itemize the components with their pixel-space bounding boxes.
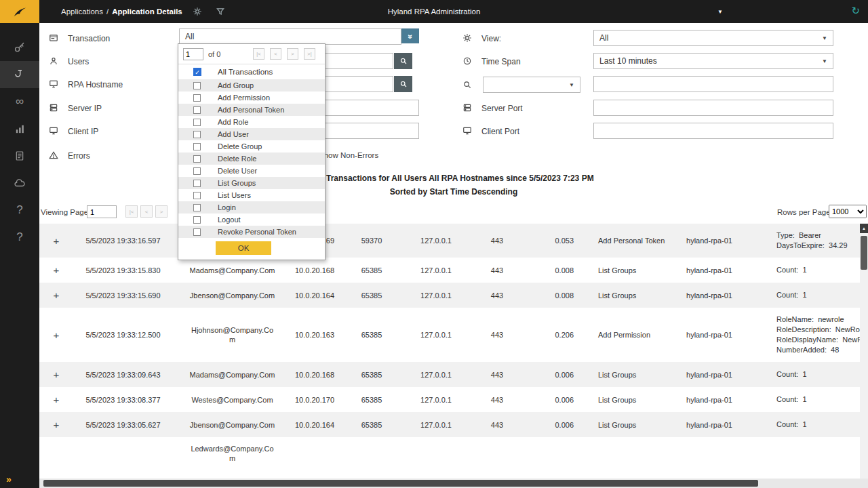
popup-pagination: of 0 |<<>>| <box>178 44 325 64</box>
transaction-filter-value[interactable]: All <box>179 28 401 45</box>
pager-button[interactable]: > <box>155 205 167 218</box>
transaction-option[interactable]: Login <box>178 201 325 214</box>
expand-row-button[interactable]: + <box>39 394 73 405</box>
pager-button[interactable]: < <box>270 48 281 60</box>
transaction-option-checkbox[interactable] <box>193 180 201 187</box>
pager-button[interactable]: |< <box>125 205 138 218</box>
breadcrumb-applications[interactable]: Applications <box>61 7 103 16</box>
popup-page-input[interactable] <box>183 48 203 60</box>
title-dropdown-caret-icon[interactable]: ▼ <box>717 9 723 15</box>
scroll-up-arrow-icon[interactable]: ▲ <box>860 224 868 233</box>
chevron-down-icon: ▼ <box>569 82 574 88</box>
cell-client-ip: 10.0.20.168 <box>292 371 338 379</box>
transaction-option-label: List Users <box>218 191 251 199</box>
all-transactions-option[interactable]: ✓ All Transactions <box>178 64 325 79</box>
client-port-input[interactable] <box>593 123 833 139</box>
transaction-option[interactable]: Add Permission <box>178 92 325 104</box>
time-span-select[interactable]: Last 10 minutes ▼ <box>593 53 833 69</box>
transaction-option-checkbox[interactable] <box>193 167 201 175</box>
transaction-option[interactable]: Delete User <box>178 165 325 177</box>
table-row: +5/5/2023 19:33:15.690Jbenson@Company.Co… <box>39 283 868 308</box>
cell-client-port: 65385 <box>338 371 406 379</box>
key-icon <box>14 41 26 54</box>
transaction-option-checkbox[interactable] <box>193 155 201 163</box>
users-search-button[interactable] <box>394 53 412 69</box>
pager-button[interactable]: > <box>287 48 298 60</box>
cell-start-time: 5/5/2023 19:33:05.627 <box>73 421 173 429</box>
pager-button[interactable]: < <box>140 205 153 218</box>
cell-server-port: 443 <box>467 331 528 339</box>
transaction-option[interactable]: Logout <box>178 214 325 226</box>
transaction-option[interactable]: List Users <box>178 189 325 201</box>
pager-button[interactable]: |< <box>253 48 264 60</box>
rows-per-page-select[interactable]: 1000 <box>829 205 867 218</box>
transaction-option[interactable]: Delete Role <box>178 152 325 165</box>
filter-funnel-icon[interactable] <box>216 7 225 16</box>
vertical-scrollbar-thumb[interactable] <box>861 236 867 270</box>
all-transactions-checkbox[interactable]: ✓ <box>193 68 201 76</box>
sidebar-item-automation[interactable]: ∞ <box>0 88 39 115</box>
sidebar-item-logs[interactable] <box>0 142 39 169</box>
transaction-option-checkbox[interactable] <box>193 119 201 126</box>
transaction-option-checkbox[interactable] <box>193 131 201 138</box>
vertical-scrollbar[interactable]: ▲ <box>860 224 868 479</box>
summary-line1: All Transactions for All Users All RPA H… <box>39 174 868 183</box>
transaction-option-label: Add User <box>218 130 249 138</box>
cell-duration: 0.006 <box>528 421 582 429</box>
transaction-option-checkbox[interactable] <box>193 192 201 199</box>
cell-user: Jbenson@Company.Com <box>173 291 292 300</box>
expand-row-button[interactable]: + <box>39 264 73 276</box>
detail-line: Count: 1 <box>776 265 868 275</box>
view-select[interactable]: All ▼ <box>593 30 833 46</box>
transaction-option-checkbox[interactable] <box>193 94 201 102</box>
transaction-options-list: Add GroupAdd PermissionAdd Personal Toke… <box>178 79 325 238</box>
transaction-dropdown-button[interactable]: » <box>401 28 419 43</box>
sidebar-item-help[interactable]: ? <box>0 197 39 224</box>
transaction-option-checkbox[interactable] <box>193 216 201 224</box>
breadcrumb: Applications / Application Details <box>61 0 182 23</box>
transaction-option-checkbox[interactable] <box>193 82 201 89</box>
transaction-option[interactable]: List Groups <box>178 177 325 189</box>
transaction-option-checkbox[interactable] <box>193 143 201 150</box>
transaction-option-checkbox[interactable] <box>193 204 201 211</box>
transaction-option[interactable]: Add Role <box>178 116 325 128</box>
transactions-table: +5/5/2023 19:33:16.59710.0.20.1695937012… <box>39 224 868 479</box>
popup-page-count: of 0 <box>208 50 220 58</box>
search-term-input[interactable] <box>593 76 833 92</box>
transaction-option-checkbox[interactable] <box>193 106 201 114</box>
sidebar-item-access[interactable] <box>0 34 39 61</box>
sidebar-item-cloud[interactable] <box>0 169 39 197</box>
detail-line: Count: 1 <box>776 290 868 300</box>
transaction-option[interactable]: Add Group <box>178 79 325 92</box>
table-row: +5/5/2023 19:33:16.59710.0.20.1695937012… <box>39 224 868 258</box>
expand-row-button[interactable]: + <box>39 289 73 301</box>
rpa-hostname-search-button[interactable] <box>394 76 412 92</box>
refresh-icon[interactable]: ↻ <box>851 5 860 17</box>
transaction-option[interactable]: Delete Group <box>178 140 325 152</box>
pager-button[interactable]: >| <box>304 48 315 60</box>
viewing-page-label: Viewing Page <box>41 208 88 216</box>
expand-row-button[interactable]: + <box>39 419 73 430</box>
search-field-select[interactable]: ▼ <box>483 77 580 93</box>
cell-server-ip: 127.0.0.1 <box>406 371 467 379</box>
server-port-input[interactable] <box>593 100 833 116</box>
expand-row-button[interactable]: + <box>39 369 73 380</box>
sidebar-item-reports[interactable] <box>0 115 39 142</box>
sidebar-expand-icon[interactable]: » <box>6 474 12 485</box>
user-email: Westes@Company.Com <box>189 395 276 405</box>
horizontal-scrollbar-thumb[interactable] <box>43 480 758 487</box>
expand-row-button[interactable]: + <box>39 329 73 341</box>
transaction-option[interactable]: Add User <box>178 128 325 140</box>
viewing-page-input[interactable] <box>87 205 117 218</box>
expand-row-button[interactable]: + <box>39 235 73 247</box>
server-port-icon <box>462 103 472 113</box>
transaction-option[interactable]: Revoke Personal Token <box>178 226 325 238</box>
transaction-option-checkbox[interactable] <box>193 228 201 236</box>
transaction-option[interactable]: Add Personal Token <box>178 104 325 116</box>
sidebar-item-rpa-tools[interactable] <box>0 61 39 88</box>
sidebar-item-about[interactable]: ? <box>0 224 39 251</box>
horizontal-scrollbar[interactable] <box>39 479 868 488</box>
ok-button[interactable]: OK <box>216 241 271 255</box>
hyland-logo[interactable] <box>0 0 39 23</box>
settings-gear-icon[interactable] <box>193 7 202 16</box>
